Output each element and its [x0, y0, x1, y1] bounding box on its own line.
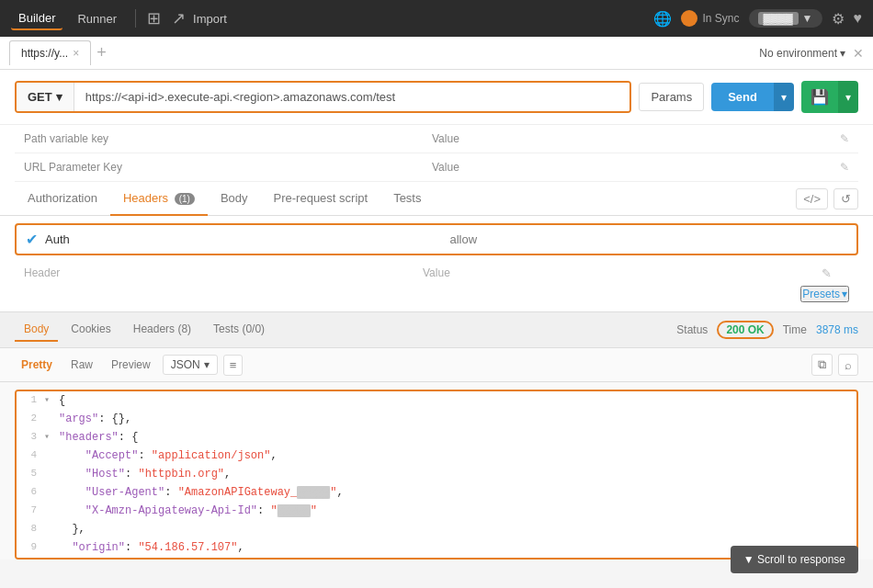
res-tab-tests[interactable]: Tests (0/0) — [204, 318, 274, 342]
tab-headers[interactable]: Headers (1) — [110, 182, 208, 216]
tab-authorization[interactable]: Authorization — [15, 182, 110, 216]
env-clear-btn[interactable]: ✕ — [853, 46, 864, 61]
save-dropdown-btn[interactable]: ▾ — [838, 81, 858, 113]
code-line-3: 3 ▾ "headers": { — [17, 428, 856, 447]
method-chevron: ▾ — [56, 90, 62, 104]
response-tabs-row: Body Cookies Headers (8) Tests (0/0) Sta… — [0, 312, 873, 348]
tab-right: No environment ▾ ✕ — [759, 46, 864, 61]
list-icon-btn[interactable]: ≡ — [223, 355, 244, 376]
status-badge: 200 OK — [717, 321, 773, 339]
time-value: 3878 ms — [816, 323, 858, 336]
nav-right: 🌐 In Sync ▓▓▓▓ ▼ ⚙ ♥ — [653, 9, 863, 28]
tab-url: https://y... — [21, 47, 68, 60]
header-key-value[interactable]: Auth — [45, 232, 443, 246]
method-selector[interactable]: GET ▾ — [17, 83, 74, 111]
url-bar: GET ▾ — [15, 81, 631, 113]
settings-icon[interactable]: ⚙ — [832, 10, 845, 28]
import-icon[interactable]: ↗ — [172, 8, 186, 28]
code-line-5: 5 "Host": "httpbin.org", — [17, 465, 856, 483]
header-val-label: Value — [423, 266, 822, 280]
params-section: Path variable key Value ✎ URL Parameter … — [0, 124, 873, 182]
env-chevron: ▾ — [840, 47, 845, 60]
res-tab-cookies[interactable]: Cookies — [62, 318, 119, 342]
code-icon-btn[interactable]: </> — [796, 188, 828, 209]
json-format-selector[interactable]: JSON ▾ — [163, 355, 218, 375]
sync-label: In Sync — [703, 12, 740, 25]
pretty-btn[interactable]: Pretty — [15, 356, 59, 374]
user-name: ▓▓▓▓ — [758, 12, 799, 25]
tab-close-icon[interactable]: × — [73, 47, 79, 60]
res-tab-body[interactable]: Body — [15, 318, 58, 342]
scroll-to-response-btn[interactable]: ▼ Scroll to response — [731, 546, 858, 573]
send-group: Send ▾ — [711, 83, 794, 111]
code-line-4: 4 "Accept": "application/json", — [17, 447, 856, 465]
format-right: ⧉ ⌕ — [811, 354, 858, 376]
save-group: 💾 ▾ — [801, 81, 858, 113]
add-tab-btn[interactable]: + — [96, 43, 107, 62]
header-labels: Header Value ✎ — [15, 263, 858, 284]
url-key-label: URL Parameter Key — [15, 153, 423, 182]
code-line-1: 1 ▾ { — [17, 391, 856, 410]
url-val-label: Value — [423, 153, 831, 182]
search-btn[interactable]: ⌕ — [838, 354, 858, 376]
res-tab-headers[interactable]: Headers (8) — [124, 318, 200, 342]
code-line-7: 7 "X-Amzn-Apigateway-Api-Id": "▓▓▓▓▓" — [17, 502, 856, 520]
sync-area: In Sync — [681, 10, 740, 27]
headers-section: ✔ Auth allow Header Value ✎ Presets ▾ — [0, 216, 873, 311]
new-tab-icon[interactable]: ⊞ — [147, 8, 161, 28]
raw-btn[interactable]: Raw — [64, 356, 99, 374]
send-btn[interactable]: Send — [711, 83, 774, 111]
main-content: GET ▾ Params Send ▾ 💾 ▾ Path variable ke… — [0, 70, 873, 560]
nav-divider — [135, 9, 136, 28]
url-edit-icon[interactable]: ✎ — [831, 153, 858, 182]
reset-icon-btn[interactable]: ↺ — [833, 188, 858, 209]
preview-btn[interactable]: Preview — [105, 356, 157, 374]
code-area: 1 ▾ { 2 "args": {}, 3 ▾ "headers": { 4 "… — [15, 390, 858, 560]
code-line-2: 2 "args": {}, — [17, 410, 856, 428]
code-line-6: 6 "User-Agent": "AmazonAPIGateway_▓▓▓▓▓"… — [17, 483, 856, 502]
time-label: Time — [783, 323, 807, 336]
check-icon: ✔ — [26, 231, 38, 248]
save-btn[interactable]: 💾 — [801, 81, 838, 113]
status-label: Status — [676, 323, 708, 336]
sync-dot — [681, 10, 697, 27]
req-tabs-right: </> ↺ — [796, 188, 858, 209]
headers-badge: (1) — [175, 193, 195, 205]
method-label: GET — [28, 90, 52, 104]
env-label: No environment — [759, 47, 837, 60]
tab-bar: https://y... × + No environment ▾ ✕ — [0, 37, 873, 70]
url-row: GET ▾ Params Send ▾ 💾 ▾ — [0, 70, 873, 124]
params-btn[interactable]: Params — [639, 83, 704, 111]
path-key-label: Path variable key — [15, 125, 423, 153]
globe-icon[interactable]: 🌐 — [653, 10, 672, 28]
tab-prerequest[interactable]: Pre-request script — [261, 182, 381, 216]
response-section: Body Cookies Headers (8) Tests (0/0) Sta… — [0, 311, 873, 560]
user-pill[interactable]: ▓▓▓▓ ▼ — [749, 9, 822, 28]
request-tabs: Authorization Headers (1) Body Pre-reque… — [0, 182, 873, 216]
top-nav: Builder Runner ⊞ ↗ Import 🌐 In Sync ▓▓▓▓… — [0, 0, 873, 37]
request-tab[interactable]: https://y... × — [9, 40, 91, 65]
path-val-label: Value — [423, 125, 831, 153]
user-chevron: ▼ — [802, 12, 813, 25]
builder-tab[interactable]: Builder — [11, 7, 62, 30]
header-edit-icon[interactable]: ✎ — [822, 266, 849, 280]
path-edit-icon[interactable]: ✎ — [831, 125, 858, 153]
send-dropdown-btn[interactable]: ▾ — [774, 83, 794, 111]
header-val-value[interactable]: allow — [450, 232, 848, 246]
presets-btn[interactable]: Presets ▾ — [800, 286, 849, 302]
runner-tab[interactable]: Runner — [70, 8, 124, 29]
tab-tests[interactable]: Tests — [380, 182, 434, 216]
code-line-8: 8 }, — [17, 520, 856, 538]
format-bar: Pretty Raw Preview JSON ▾ ≡ ⧉ ⌕ — [0, 348, 873, 382]
tab-body[interactable]: Body — [208, 182, 261, 216]
env-selector[interactable]: No environment ▾ — [759, 47, 845, 60]
status-area: Status 200 OK Time 3878 ms — [676, 321, 858, 339]
header-row: ✔ Auth allow — [15, 223, 858, 255]
header-key-label: Header — [24, 266, 423, 280]
heart-icon[interactable]: ♥ — [854, 10, 863, 27]
url-input[interactable] — [74, 83, 630, 111]
import-label[interactable]: Import — [193, 12, 227, 26]
copy-btn[interactable]: ⧉ — [811, 354, 833, 376]
